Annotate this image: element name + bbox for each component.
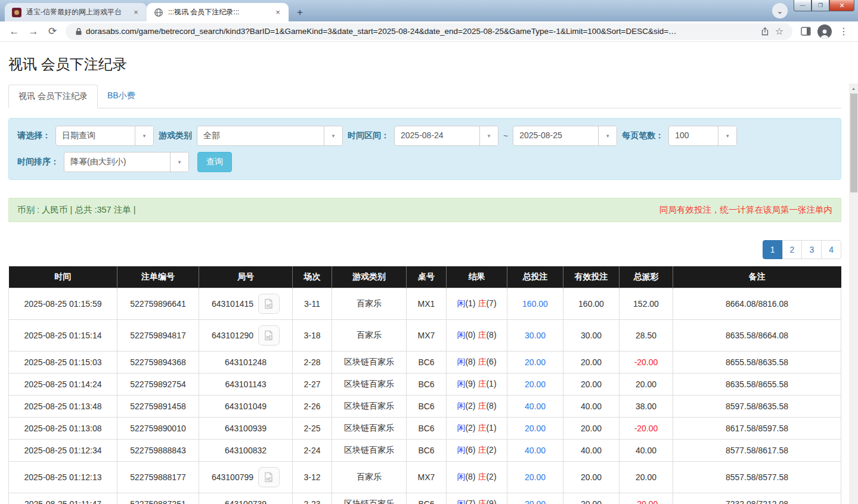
query-type-select[interactable]: 日期查询 ▾	[55, 126, 154, 146]
cell-result: 闲(8) 庄(6)	[447, 351, 507, 374]
restore-button[interactable]: ❐	[811, 0, 829, 11]
cell-round-no: 643100832	[199, 440, 293, 462]
cell-result: 闲(2) 庄(1)	[447, 418, 507, 440]
new-tab-button[interactable]: +	[292, 5, 308, 20]
total-bet-link[interactable]: 20.00	[525, 424, 546, 433]
cell-bet-no: 522759888177	[117, 462, 199, 493]
window-titlebar: 通宝-信誉最好的网上游戏平台 × :::视讯 会员下注纪录::: × + ⌄ —…	[0, 0, 858, 21]
cell-table-no: BC6	[407, 440, 447, 462]
page-viewport: 视讯 会员下注纪录 视讯 会员下注纪录 BB小费 请选择： 日期查询 ▾ 游戏类…	[0, 42, 858, 504]
total-bet-link[interactable]: 20.00	[525, 472, 546, 482]
share-icon[interactable]	[758, 24, 772, 39]
video-replay-button[interactable]	[258, 325, 280, 346]
cell-remark: 8597.58/8635.58	[673, 396, 841, 418]
cell-remark: 8635.58/8655.58	[673, 374, 841, 396]
page-button-2[interactable]: 2	[782, 240, 803, 259]
page-button-3[interactable]: 3	[801, 240, 822, 259]
total-bet-link[interactable]: 20.00	[525, 379, 546, 389]
side-panel-icon[interactable]	[797, 23, 814, 40]
page-scrollbar[interactable]: ▲	[849, 83, 858, 504]
total-bet-link[interactable]: 20.00	[525, 357, 546, 367]
back-icon[interactable]: ←	[6, 23, 23, 40]
cell-table-no: BC6	[407, 396, 447, 418]
cell-remark: 8577.58/8617.58	[673, 440, 841, 462]
range-separator: ~	[503, 131, 508, 141]
cell-game-kind: 百家乐	[332, 320, 407, 351]
chevron-down-icon[interactable]: ▾	[170, 153, 188, 172]
forward-icon[interactable]: →	[25, 23, 42, 40]
total-bet-link[interactable]: 160.00	[522, 299, 548, 309]
total-bet-link[interactable]: 40.00	[525, 402, 546, 411]
tab-bb-tips[interactable]: BB小费	[98, 85, 145, 108]
cell-time: 2025-08-25 01:14:24	[9, 374, 117, 396]
tab-strip: 通宝-信誉最好的网上游戏平台 × :::视讯 会员下注纪录::: × +	[5, 3, 308, 21]
tab-close-icon[interactable]: ×	[131, 8, 141, 17]
cell-table-no: MX1	[407, 288, 447, 320]
cell-time: 2025-08-25 01:11:47	[9, 493, 117, 504]
browser-tab-2[interactable]: :::视讯 会员下注纪录::: ×	[147, 3, 289, 21]
cell-valid-bet: 20.00	[563, 374, 620, 396]
player-result: 闲	[457, 379, 465, 388]
cell-total-bet: 40.00	[507, 440, 563, 462]
url-text[interactable]: dorasabs.com/game/betrecord_search/kind3…	[86, 27, 758, 36]
sort-label: 时间排序：	[17, 157, 59, 167]
tab-search-chevron-icon[interactable]: ⌄	[772, 3, 788, 18]
cell-total-bet: 20.00	[507, 374, 563, 396]
cell-bet-no: 522759891458	[117, 396, 199, 418]
menu-kebab-icon[interactable]: ⋮	[835, 23, 852, 40]
table-row: 2025-08-25 01:15:59 522759896641 6431014…	[9, 288, 841, 320]
address-bar[interactable]: dorasabs.com/game/betrecord_search/kind3…	[66, 23, 792, 40]
cell-round-no: 643101415	[199, 288, 293, 320]
cell-result: 闲(6) 庄(2)	[447, 440, 507, 462]
col-table-no: 桌号	[407, 266, 447, 288]
bookmark-star-icon[interactable]: ☆	[772, 24, 786, 39]
close-button[interactable]: ✕	[829, 0, 854, 11]
per-page-select[interactable]: 100 ▾	[668, 126, 737, 146]
cell-bet-no: 522759890010	[117, 418, 199, 440]
scroll-up-icon[interactable]: ▲	[849, 83, 858, 93]
cell-remark: 8617.58/8597.58	[673, 418, 841, 440]
cell-bet-no: 522759896641	[117, 288, 199, 320]
reload-icon[interactable]: ⟳	[44, 23, 61, 40]
page-button-4[interactable]: 4	[821, 240, 841, 259]
cell-session: 3-18	[293, 320, 332, 351]
page-tab-bar: 视讯 会员下注纪录 BB小费	[8, 85, 841, 108]
browser-tab-1[interactable]: 通宝-信誉最好的网上游戏平台 ×	[5, 3, 147, 21]
cell-total-bet: 20.00	[507, 418, 563, 440]
cell-time: 2025-08-25 01:12:34	[9, 440, 117, 462]
cell-round-no: 643101290	[199, 320, 293, 351]
table-row: 2025-08-25 01:15:03 522759894368 6431012…	[9, 351, 841, 374]
total-bet-link[interactable]: 40.00	[525, 446, 546, 455]
date-end-select[interactable]: 2025-08-25 ▾	[513, 126, 617, 146]
cell-total-bet: 20.00	[507, 462, 563, 493]
pagination: 1234	[763, 240, 841, 259]
game-kind-select[interactable]: 全部 ▾	[197, 126, 343, 146]
avatar-icon[interactable]	[816, 23, 833, 40]
total-bet-link[interactable]: 30.00	[525, 331, 546, 340]
tab-bet-records[interactable]: 视讯 会员下注纪录	[8, 85, 98, 108]
tab-close-icon[interactable]: ×	[273, 8, 283, 17]
table-row: 2025-08-25 01:12:13 522759888177 6431007…	[9, 462, 841, 493]
cell-payout: -20.00	[620, 351, 673, 374]
chevron-down-icon[interactable]: ▾	[718, 126, 736, 145]
scrollbar-thumb[interactable]	[850, 94, 857, 192]
query-button[interactable]: 查询	[197, 152, 232, 172]
chevron-down-icon[interactable]: ▾	[135, 126, 153, 145]
chevron-down-icon[interactable]: ▾	[479, 126, 498, 145]
player-result: 闲	[457, 330, 465, 340]
chevron-down-icon[interactable]: ▾	[324, 126, 342, 145]
sort-select[interactable]: 降幂(由大到小) ▾	[64, 152, 189, 172]
cell-valid-bet: 30.00	[563, 320, 620, 351]
total-bet-link[interactable]: 20.00	[525, 499, 546, 504]
minimize-button[interactable]: —	[794, 0, 811, 11]
page-button-1[interactable]: 1	[763, 240, 783, 259]
cell-round-no: 643100799	[199, 462, 293, 493]
chevron-down-icon[interactable]: ▾	[598, 126, 617, 145]
video-replay-button[interactable]	[258, 294, 280, 314]
table-row: 2025-08-25 01:12:34 522759888843 6431008…	[9, 440, 841, 462]
col-round-no: 局号	[199, 266, 293, 288]
date-start-select[interactable]: 2025-08-24 ▾	[394, 126, 498, 146]
cell-result: 闲(0) 庄(8)	[447, 320, 507, 351]
video-replay-button[interactable]	[258, 467, 280, 487]
cell-game-kind: 区块链百家乐	[332, 396, 407, 418]
